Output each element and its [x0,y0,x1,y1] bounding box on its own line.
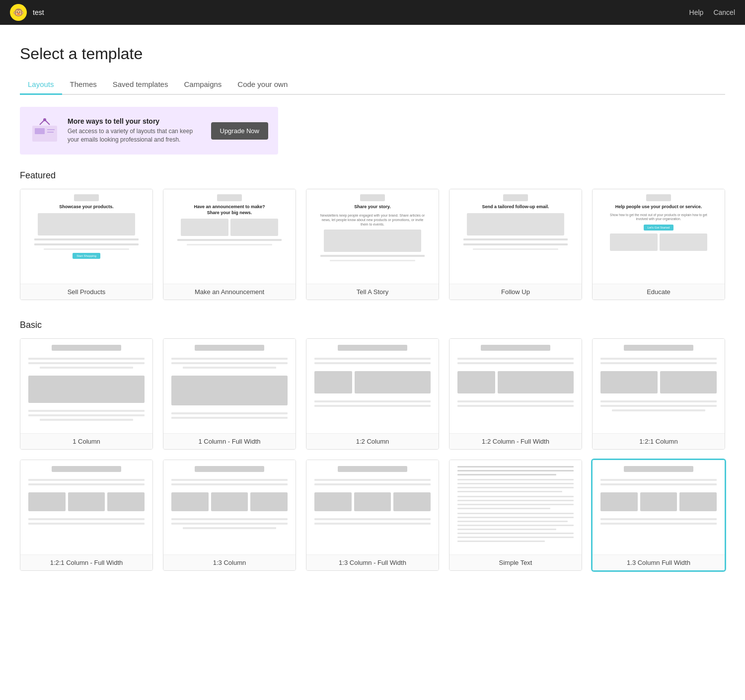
template-tell-story[interactable]: Share your story. Newsletters keep peopl… [306,189,439,300]
preview-header [624,345,693,351]
preview-headline: Have an announcement to make?Share your … [194,204,265,216]
preview-image [38,213,136,235]
tab-bar: Layouts Themes Saved templates Campaigns… [20,75,725,95]
template-announcement[interactable]: Have an announcement to make?Share your … [163,189,296,300]
line [457,466,574,467]
template-1-3col-fullwidth-preview [593,460,725,554]
line [457,479,574,480]
template-1col[interactable]: 1 Column [20,338,153,450]
tab-campaigns[interactable]: Campaigns [176,75,229,95]
basic-section: Basic 1 Column [20,320,725,571]
template-simple-text[interactable]: Simple Text [449,460,582,571]
template-1-2col-fw-label: 1:2 Column - Full Width [449,433,582,449]
template-educate-preview: Help people use your product or service.… [593,189,725,284]
line [314,483,431,485]
preview-images [181,219,279,236]
preview-headline: Send a tailored follow-up email. [482,204,549,210]
promo-banner: More ways to tell your story Get access … [20,107,278,155]
template-follow-up[interactable]: Send a tailored follow-up email. Follow … [449,189,582,300]
preview-line2 [330,260,415,261]
template-1-3col-fw-preview [306,460,439,554]
preview-logo [74,194,99,201]
tab-code-your-own[interactable]: Code your own [229,75,296,95]
line [171,483,288,485]
featured-grid: Showcase your products. Start Shopping S… [20,189,725,300]
line [457,358,574,360]
img-3 [679,492,717,511]
template-1-2col-fw-preview [449,339,582,433]
nav-right: Help Cancel [689,8,735,16]
preview-line1 [320,255,424,257]
template-1-3col-fullwidth[interactable]: 1.3 Column Full Width [592,460,725,571]
template-sell-products[interactable]: Showcase your products. Start Shopping S… [20,189,153,300]
line-short [612,409,705,411]
line-short [183,367,276,369]
template-sell-products-label: Sell Products [20,284,152,300]
preview-images [610,233,708,251]
template-1-2col-label: 1:2 Column [306,433,439,449]
page-title: Select a template [20,45,725,63]
line [457,517,574,518]
preview-header [624,466,693,472]
svg-point-4 [43,118,46,121]
img-1 [28,492,66,511]
line-short [457,541,545,542]
template-1-3col[interactable]: 1:3 Column [163,460,296,571]
template-1-2col-fw[interactable]: 1:2 Column - Full Width [449,338,582,450]
img-1 [314,492,352,511]
line [457,525,574,526]
img-right [498,371,574,393]
campaign-name: test [33,8,44,16]
line [28,479,145,481]
img-right [355,371,431,393]
line [457,521,568,522]
line [171,417,288,419]
preview-image [171,376,288,405]
cancel-link[interactable]: Cancel [713,8,735,16]
preview-row [28,492,145,511]
img-right [660,371,717,393]
help-link[interactable]: Help [689,8,704,16]
tab-themes[interactable]: Themes [62,75,105,95]
line [457,405,574,407]
line [457,504,574,505]
line [600,358,717,360]
preview-line2 [34,243,138,245]
line-short [457,491,562,492]
line [28,523,145,525]
tab-layouts[interactable]: Layouts [20,75,62,95]
promo-text: More ways to tell your story Get access … [68,117,203,144]
preview-row [314,371,431,393]
template-1-2-1col[interactable]: 1:2:1 Column [592,338,725,450]
preview-header [338,466,407,472]
preview-headline: Showcase your products. [59,204,114,210]
template-1col-preview [20,339,152,433]
template-1-3col-fw[interactable]: 1:3 Column - Full Width [306,460,439,571]
nav-left: 🐵 test [10,4,44,21]
main-content: Select a template Layouts Themes Saved t… [0,25,745,700]
upgrade-button[interactable]: Upgrade Now [211,122,269,140]
template-1col-fw[interactable]: 1 Column - Full Width [163,338,296,450]
line [28,410,145,412]
tab-saved-templates[interactable]: Saved templates [105,75,176,95]
template-simple-text-label: Simple Text [449,554,582,570]
template-tell-story-label: Tell A Story [306,284,439,300]
template-1-3col-preview [163,460,296,554]
featured-title: Featured [20,170,725,181]
line [171,523,288,525]
preview-header [195,345,264,351]
preview-image [324,230,422,252]
template-1-2-1col-fw[interactable]: 1:2:1 Column - Full Width [20,460,153,571]
preview-logo [217,194,242,201]
template-1-2-1col-fw-label: 1:2:1 Column - Full Width [20,554,152,570]
line [457,362,574,364]
promo-title: More ways to tell your story [68,117,203,125]
template-1-2col[interactable]: 1:2 Column [306,338,439,450]
line [171,358,288,360]
img-3 [393,492,431,511]
line [171,362,288,364]
template-educate[interactable]: Help people use your product or service.… [592,189,725,300]
template-1-3col-label: 1:3 Column [163,554,296,570]
img-left [600,371,658,393]
preview-img-left [610,233,658,251]
